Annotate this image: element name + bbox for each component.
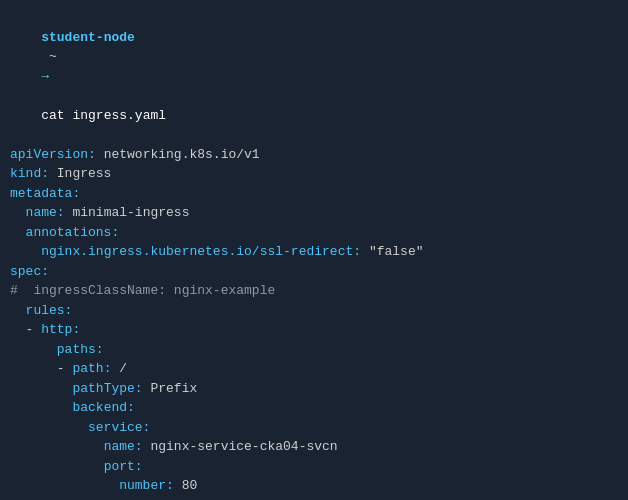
yaml-line-kind: kind: Ingress [10,164,618,184]
yaml-line-paths: paths: [10,340,618,360]
yaml-line-annotations: annotations: [10,223,618,243]
yaml-line-rules: rules: [10,301,618,321]
yaml-line-port: port: [10,457,618,477]
yaml-line-ssl-redirect: nginx.ingress.kubernetes.io/ssl-redirect… [10,242,618,262]
yaml-line-number: number: 80 [10,476,618,496]
yaml-line-name: name: minimal-ingress [10,203,618,223]
yaml-line-path: - path: / [10,359,618,379]
prompt-1: student-node [41,30,135,45]
cmd1-line: student-node ~ → cat ingress.yaml [10,8,618,145]
yaml-line-comment: # ingressClassName: nginx-example [10,281,618,301]
yaml-line-spec: spec: [10,262,618,282]
yaml-line-http: - http: [10,320,618,340]
yaml-line-svcname: name: nginx-service-cka04-svcn [10,437,618,457]
yaml-line-service: service: [10,418,618,438]
yaml-line-apiversion: apiVersion: networking.k8s.io/v1 [10,145,618,165]
yaml-line-pathtype: pathType: Prefix [10,379,618,399]
yaml-line-backend: backend: [10,398,618,418]
yaml-content: apiVersion: networking.k8s.io/v1 kind: I… [10,145,618,496]
command-1: cat ingress.yaml [41,108,166,123]
terminal: student-node ~ → cat ingress.yaml apiVer… [0,0,628,500]
arrow-1: → [41,69,49,84]
yaml-line-metadata: metadata: [10,184,618,204]
